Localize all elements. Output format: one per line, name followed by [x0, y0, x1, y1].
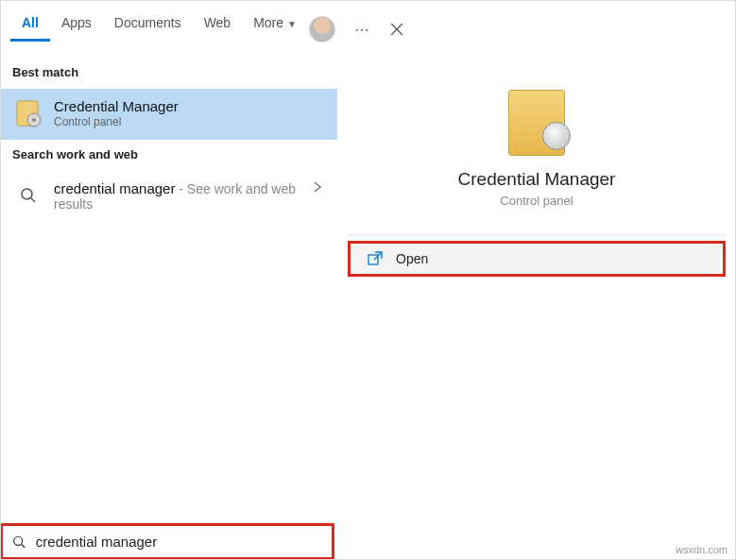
credential-manager-icon — [14, 99, 43, 127]
section-best-match: Best match — [1, 58, 337, 89]
svg-line-6 — [31, 198, 35, 202]
result-web-credential-manager[interactable]: credential manager - See work and web re… — [1, 171, 337, 223]
user-avatar[interactable] — [309, 16, 335, 42]
tab-more[interactable]: More▼ — [242, 4, 308, 42]
result-subtitle: Control panel — [54, 115, 179, 128]
detail-subtitle: Control panel — [348, 194, 726, 208]
tab-all[interactable]: All — [10, 4, 50, 42]
chevron-down-icon: ▼ — [287, 19, 297, 29]
more-options-button[interactable]: ⋯ — [354, 21, 371, 39]
open-label: Open — [396, 251, 428, 266]
tab-apps[interactable]: Apps — [50, 4, 103, 42]
watermark: wsxdn.com — [668, 540, 735, 559]
search-icon — [14, 180, 43, 209]
search-input[interactable] — [36, 534, 322, 550]
web-result-line2: results — [54, 196, 296, 212]
svg-point-4 — [32, 118, 36, 122]
result-title: Credential Manager — [54, 98, 179, 114]
detail-panel: Credential Manager Control panel Open — [337, 44, 735, 523]
open-action[interactable]: Open — [348, 241, 726, 277]
search-tab-bar: All Apps Documents Web More▼ ⋯ — [1, 1, 735, 44]
svg-point-5 — [22, 189, 32, 199]
section-search-web: Search work and web — [1, 140, 337, 171]
svg-line-10 — [22, 544, 25, 547]
tab-web[interactable]: Web — [193, 4, 243, 42]
search-icon — [12, 535, 26, 550]
taskbar-search: wsxdn.com — [1, 523, 735, 559]
credential-manager-large-icon — [508, 90, 565, 156]
search-box[interactable] — [0, 523, 334, 560]
svg-rect-7 — [368, 255, 378, 264]
svg-point-9 — [14, 536, 23, 545]
close-icon — [390, 23, 403, 36]
web-result-line1: credential manager - See work and web — [54, 180, 296, 196]
close-button[interactable] — [390, 23, 403, 36]
chevron-right-icon — [313, 180, 322, 197]
result-credential-manager[interactable]: Credential Manager Control panel — [1, 89, 337, 140]
results-panel: Best match Credential Manager Control pa… — [1, 44, 337, 523]
tab-documents[interactable]: Documents — [103, 4, 193, 42]
open-icon — [368, 251, 383, 266]
detail-title: Credential Manager — [348, 169, 726, 190]
divider — [348, 234, 726, 235]
